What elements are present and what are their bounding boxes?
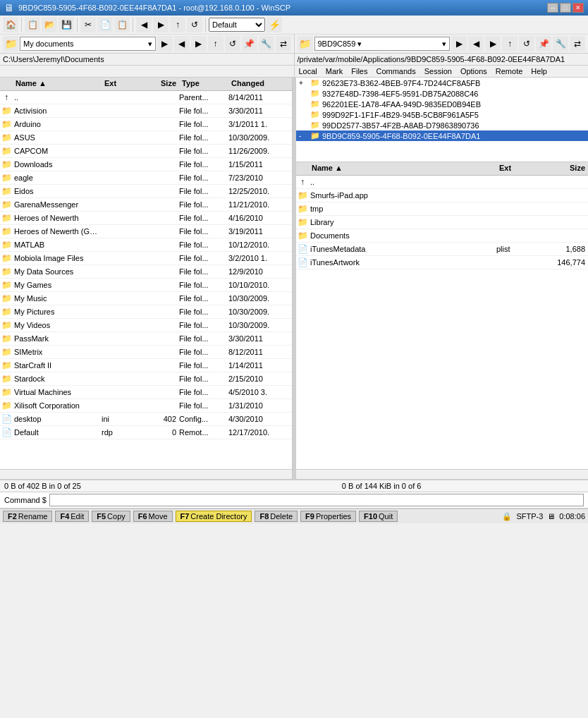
- col-size-header[interactable]: Size: [137, 78, 179, 90]
- right-file-row[interactable]: 📁Smurfs-iPad.app: [296, 189, 588, 202]
- maximize-button[interactable]: □: [560, 3, 571, 13]
- tb-refresh[interactable]: ↺: [187, 17, 202, 32]
- left-file-row[interactable]: 📁Heroes of NewerthFile fol...4/16/2010: [0, 212, 292, 225]
- right-col-name-header[interactable]: Name ▲: [309, 163, 496, 174]
- left-file-row[interactable]: 📁SIMetrixFile fol...8/12/2011: [0, 346, 292, 359]
- left-file-row[interactable]: 📁DownloadsFile fol...1/15/2011: [0, 158, 292, 171]
- tree-item[interactable]: 📁9327E48D-7398-4EF5-9591-DB75A2088C46: [296, 88, 588, 99]
- left-file-row[interactable]: 📁ASUSFile fol...10/30/2009.: [0, 131, 292, 145]
- left-addr-go[interactable]: ▶: [157, 36, 173, 51]
- menu-local[interactable]: Local: [295, 66, 321, 77]
- right-col-ext-header[interactable]: Ext: [496, 163, 532, 174]
- left-file-row[interactable]: 📁My VideosFile fol...10/30/2009.: [0, 319, 292, 332]
- right-file-row[interactable]: 📁tmp: [296, 202, 588, 216]
- left-scrollbar-h[interactable]: [0, 469, 292, 479]
- left-file-row[interactable]: 📁Mobiola Image FilesFile fol...3/2/2010 …: [0, 252, 292, 265]
- menu-commands[interactable]: Commands: [372, 66, 419, 77]
- tree-item[interactable]: -📁9BD9C859-5905-4F68-B092-0EE44F8A7DA1: [296, 130, 588, 141]
- tb-up[interactable]: ↑: [170, 17, 185, 32]
- tb-back[interactable]: ◀: [136, 17, 152, 32]
- tb-go[interactable]: ⚡: [267, 17, 282, 32]
- tree-item[interactable]: 📁99DD2577-3B57-4F2B-A8AB-D79863890736: [296, 120, 588, 130]
- left-file-row[interactable]: 📁ArduinoFile fol...3/1/2011 1.: [0, 118, 292, 131]
- tree-item[interactable]: 📁962201EE-1A78-4FAA-949D-9835ED0B94EB: [296, 99, 588, 109]
- col-ext-header[interactable]: Ext: [102, 78, 137, 90]
- left-file-row[interactable]: 📁Virtual MachinesFile fol...4/5/2010 3.: [0, 386, 292, 399]
- col-changed-header[interactable]: Changed: [228, 78, 292, 90]
- col-type-header[interactable]: Type: [179, 78, 228, 90]
- menu-mark[interactable]: Mark: [321, 66, 347, 77]
- fn-button-f10[interactable]: F10 Quit: [359, 511, 398, 522]
- left-file-row[interactable]: 📁My Data SourcesFile fol...12/9/2010: [0, 265, 292, 279]
- tree-item[interactable]: 📁999D92F1-1F1F-4B29-945B-5CB8F961A5F5: [296, 109, 588, 120]
- fn-button-f8[interactable]: F8 Delete: [255, 511, 298, 522]
- right-bookmark[interactable]: 📌: [536, 36, 551, 51]
- tb-home[interactable]: 🏠: [3, 17, 18, 32]
- left-forward[interactable]: ▶: [191, 36, 207, 51]
- menu-files[interactable]: Files: [347, 66, 372, 77]
- tb-forward[interactable]: ▶: [153, 17, 169, 32]
- right-up[interactable]: ↑: [502, 36, 517, 51]
- tree-item[interactable]: +📁92623E73-B362-4BEB-97F4-7D244CF8A5FB: [296, 78, 588, 88]
- tb-save[interactable]: 💾: [59, 17, 74, 32]
- menu-session[interactable]: Session: [420, 66, 456, 77]
- left-file-row[interactable]: 📁ActivisionFile fol...3/30/2011: [0, 104, 292, 118]
- left-file-row[interactable]: 📁eagleFile fol...7/23/2010: [0, 171, 292, 185]
- right-scrollbar-h[interactable]: [296, 469, 588, 479]
- left-up[interactable]: ↑: [208, 36, 223, 51]
- right-addr-go[interactable]: ▶: [451, 36, 467, 51]
- tb-cut[interactable]: ✂: [80, 17, 96, 32]
- menu-remote[interactable]: Remote: [491, 66, 527, 77]
- left-file-row[interactable]: 📁StardockFile fol...2/15/2010: [0, 372, 292, 386]
- tb-new[interactable]: 📋: [25, 17, 40, 32]
- tb-paste[interactable]: 📋: [114, 17, 130, 32]
- right-path-combo[interactable]: 9BD9C859 ▾ ▾: [314, 37, 451, 51]
- left-file-row[interactable]: 📄Defaultrdp0Remot...12/17/2010.: [0, 426, 292, 439]
- fn-button-f5[interactable]: F5 Copy: [92, 511, 130, 522]
- right-tools[interactable]: 🔧: [553, 36, 568, 51]
- left-file-row[interactable]: 📁My MusicFile fol...10/30/2009.: [0, 292, 292, 305]
- right-back[interactable]: ◀: [468, 36, 484, 51]
- fn-button-f4[interactable]: F4 Edit: [55, 511, 89, 522]
- left-file-row[interactable]: 📁Xilisoft CorporationFile fol...1/31/201…: [0, 399, 292, 413]
- left-file-row[interactable]: 📁PassMarkFile fol...3/30/2011: [0, 332, 292, 346]
- right-file-row[interactable]: 📁Documents: [296, 229, 588, 243]
- minimize-button[interactable]: ─: [547, 3, 558, 13]
- right-forward[interactable]: ▶: [485, 36, 501, 51]
- left-tools[interactable]: 🔧: [259, 36, 274, 51]
- left-bookmark[interactable]: 📌: [242, 36, 257, 51]
- left-file-row[interactable]: 📁CAPCOMFile fol...11/26/2009.: [0, 145, 292, 158]
- right-refresh[interactable]: ↺: [519, 36, 534, 51]
- left-path-combo[interactable]: My documents ▾: [20, 37, 156, 51]
- close-button[interactable]: ✕: [572, 3, 584, 13]
- fn-button-f6[interactable]: F6 Move: [133, 511, 173, 522]
- left-file-row[interactable]: 📁Heroes of Newerth (Garena)File fol...3/…: [0, 225, 292, 238]
- left-file-row[interactable]: 📁GarenaMessengerFile fol...11/21/2010.: [0, 198, 292, 212]
- left-back[interactable]: ◀: [174, 36, 190, 51]
- right-transfer[interactable]: ⇄: [570, 36, 585, 51]
- left-file-row[interactable]: 📄desktopini402Config...4/30/2010: [0, 413, 292, 426]
- right-file-row[interactable]: ↑..: [296, 176, 588, 189]
- command-input[interactable]: [49, 494, 584, 506]
- left-file-row[interactable]: ↑..Parent...8/14/2011: [0, 91, 292, 104]
- right-col-size-header[interactable]: Size: [532, 163, 588, 174]
- right-file-row[interactable]: 📁Library: [296, 216, 588, 229]
- left-file-row[interactable]: 📁EidosFile fol...12/25/2010.: [0, 185, 292, 198]
- profile-select[interactable]: Default: [209, 18, 265, 32]
- menu-help[interactable]: Help: [527, 66, 551, 77]
- left-file-row[interactable]: 📁My PicturesFile fol...10/30/2009.: [0, 305, 292, 319]
- left-file-row[interactable]: 📁MATLABFile fol...10/12/2010.: [0, 238, 292, 252]
- left-transfer[interactable]: ⇄: [276, 36, 291, 51]
- tb-copy[interactable]: 📄: [97, 17, 113, 32]
- left-refresh[interactable]: ↺: [225, 36, 240, 51]
- fn-button-f2[interactable]: F2 Rename: [3, 511, 52, 522]
- right-file-row[interactable]: 📄iTunesMetadataplist1,688: [296, 243, 588, 256]
- left-file-row[interactable]: 📁StarCraft IIFile fol...1/14/2011: [0, 359, 292, 372]
- left-file-row[interactable]: 📁My GamesFile fol...10/10/2010.: [0, 279, 292, 292]
- tb-open[interactable]: 📂: [42, 17, 57, 32]
- right-file-row[interactable]: 📄iTunesArtwork146,774: [296, 256, 588, 269]
- fn-button-f9[interactable]: F9 Properties: [300, 511, 356, 522]
- col-name-header[interactable]: Name ▲: [13, 78, 102, 90]
- fn-button-f7[interactable]: F7 Create Directory: [176, 511, 252, 522]
- menu-options[interactable]: Options: [456, 66, 491, 77]
